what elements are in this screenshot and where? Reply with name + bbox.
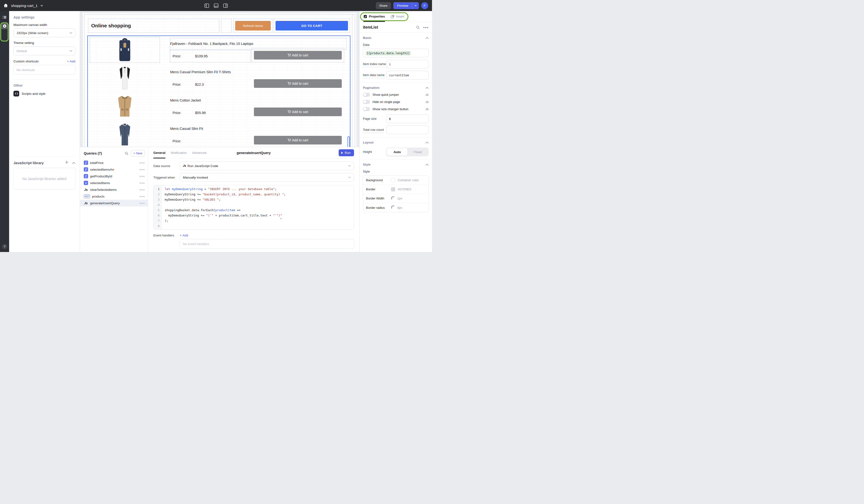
- data-field-input[interactable]: {{products.data.length}}: [363, 49, 429, 57]
- query-item-clearSelectedtems[interactable]: JsclearSelectedtems●●●: [80, 186, 148, 193]
- theme-setting-select[interactable]: Default: [13, 47, 75, 55]
- toggle-right-panel-icon[interactable]: [223, 3, 228, 8]
- product-title: Mens Casual Slim Fit: [170, 127, 203, 131]
- style-row-border[interactable]: Border#D7D9E0: [363, 185, 429, 194]
- item-index-input[interactable]: i: [386, 60, 429, 69]
- style-value: Container color: [398, 178, 419, 182]
- toggle-bottom-panel-icon[interactable]: [214, 3, 219, 8]
- query-item-selectedItems[interactable]: xselectedItems●●●: [80, 180, 148, 186]
- query-item-generateInsertQuery[interactable]: JsgenerateInsertQuery●●●: [80, 200, 148, 206]
- js-badge[interactable]: Js: [425, 93, 429, 96]
- line-number: 1: [154, 187, 159, 192]
- total-row-count-input[interactable]: [386, 125, 429, 134]
- collapse-pagination-icon[interactable]: [425, 87, 429, 89]
- triggered-when-select[interactable]: Manually invoked: [180, 173, 354, 182]
- item-list-widget[interactable]: Fjallraven - Foldsack No. 1 Backpack, Fi…: [87, 36, 350, 147]
- editor-tab-general[interactable]: General: [153, 147, 165, 158]
- product-title: Mens Cotton Jacket: [170, 98, 201, 102]
- query-menu-icon[interactable]: ●●●: [140, 202, 145, 204]
- code-content[interactable]: let myDemoQueryString = "INSERT INTO ...…: [162, 185, 354, 229]
- data-source-select[interactable]: Js Run JavaScript Code: [180, 161, 354, 170]
- search-properties-icon[interactable]: [416, 25, 420, 29]
- preview-caret-button[interactable]: [412, 2, 419, 9]
- item-data-input[interactable]: currentItem: [386, 71, 429, 80]
- query-name: totalPrice: [90, 161, 137, 165]
- product-title-box: Fjallraven - Foldsack No. 1 Backpack, Fi…: [170, 38, 347, 49]
- run-button[interactable]: Run: [339, 149, 354, 156]
- query-menu-icon[interactable]: ●●●: [140, 195, 145, 198]
- help-icon[interactable]: ?: [2, 244, 7, 249]
- query-menu-icon[interactable]: ●●●: [140, 175, 145, 178]
- add-to-cart-box: Add to cart: [252, 76, 344, 91]
- add-to-cart-button[interactable]: Add to cart: [254, 51, 342, 60]
- spacer-widget[interactable]: [221, 19, 232, 33]
- height-option-auto[interactable]: Auto: [387, 148, 408, 156]
- collapse-basic-icon[interactable]: [425, 37, 429, 39]
- page-size-input[interactable]: 6: [386, 115, 429, 123]
- chevron-down-icon: [70, 32, 72, 34]
- height-option-fixed[interactable]: Fixed: [408, 148, 428, 156]
- app-canvas[interactable]: Online shopping Refresh items GO TO CART…: [83, 13, 357, 147]
- preview-button[interactable]: Preview: [393, 2, 412, 9]
- collapse-layout-icon[interactable]: [425, 142, 429, 144]
- max-canvas-width-select[interactable]: 1920px (Wide screen): [13, 28, 75, 37]
- go-to-cart-button[interactable]: GO TO CART: [276, 21, 348, 31]
- query-menu-icon[interactable]: ●●●: [140, 168, 145, 171]
- add-shortcut-button[interactable]: + Add: [67, 60, 75, 63]
- no-libraries-placeholder: No JavaScript libraries added: [13, 168, 75, 190]
- query-menu-icon[interactable]: ●●●: [140, 188, 145, 191]
- code-editor[interactable]: 12345678 let myDemoQueryString = "INSERT…: [153, 185, 354, 230]
- inspector-panel: Properties Insert itemList ●●● Basic Dat…: [359, 11, 432, 252]
- code-icon: [13, 91, 19, 96]
- rest-get-icon: GET: [84, 194, 90, 198]
- component-menu-icon[interactable]: ●●●: [423, 26, 429, 29]
- pagination-section-title: Pagination: [363, 86, 425, 89]
- bottom-panel: Queries (7) + New ftotalPrice●●●fselecte…: [80, 147, 359, 252]
- js-badge[interactable]: Js: [425, 108, 429, 111]
- app-title-caret-icon[interactable]: [40, 5, 43, 7]
- editor-tab-notification[interactable]: Notification: [171, 147, 187, 158]
- no-event-handlers-placeholder: No event handlers: [180, 239, 354, 249]
- add-to-cart-button[interactable]: Add to cart: [254, 136, 342, 144]
- pagination-toggle-row: Show quick jumperJs: [363, 93, 429, 97]
- new-query-button[interactable]: + New: [131, 150, 145, 156]
- add-to-cart-button[interactable]: Add to cart: [254, 79, 342, 88]
- add-library-icon[interactable]: [65, 160, 69, 165]
- query-menu-icon[interactable]: ●●●: [140, 161, 145, 164]
- collapse-library-icon[interactable]: [72, 160, 75, 165]
- query-name: selectedItemsArr: [90, 168, 137, 171]
- refresh-items-button[interactable]: Refresh items: [235, 21, 271, 31]
- line-number: 7: [154, 218, 159, 224]
- tab-properties[interactable]: Properties: [363, 11, 385, 22]
- collapse-style-icon[interactable]: [425, 164, 429, 166]
- search-queries-icon[interactable]: [124, 152, 128, 155]
- scripts-and-style-item[interactable]: Scripts and style: [13, 91, 75, 96]
- toggle-knob: [363, 108, 367, 111]
- avatar[interactable]: F: [421, 2, 428, 9]
- query-item-totalPrice[interactable]: ftotalPrice●●●: [80, 159, 148, 166]
- toggle-off[interactable]: [363, 100, 370, 104]
- style-row-border-width[interactable]: Border Width1px: [363, 194, 429, 203]
- js-function-icon: f: [84, 174, 88, 178]
- js-badge[interactable]: Js: [425, 100, 429, 104]
- query-menu-icon[interactable]: ●●●: [140, 181, 145, 184]
- toggle-off[interactable]: [363, 107, 370, 111]
- add-to-cart-button[interactable]: Add to cart: [254, 108, 342, 116]
- style-row-border-radius[interactable]: Border radius4px: [363, 203, 429, 212]
- query-item-products[interactable]: GETproducts●●●: [80, 193, 148, 200]
- style-row-background[interactable]: BackgroundContainer color: [363, 176, 429, 185]
- javascript-library-title: JavaScript library: [13, 161, 61, 165]
- add-event-handler-button[interactable]: + Add: [180, 233, 188, 237]
- toggle-off[interactable]: [363, 93, 370, 97]
- editor-tab-advanced[interactable]: Advanced: [192, 147, 206, 158]
- title-widget[interactable]: Online shopping: [88, 19, 219, 33]
- query-item-getProductById[interactable]: fgetProductById●●●: [80, 173, 148, 180]
- app-settings-icon[interactable]: [1, 23, 8, 29]
- home-icon[interactable]: [3, 3, 8, 8]
- query-item-selectedItemsArr[interactable]: fselectedItemsArr●●●: [80, 166, 148, 173]
- toggle-left-panel-icon[interactable]: [204, 3, 209, 8]
- listview-scrollbar[interactable]: [348, 136, 350, 147]
- share-button[interactable]: Share: [376, 2, 391, 9]
- component-tree-icon[interactable]: [1, 14, 8, 21]
- tab-insert[interactable]: Insert: [391, 11, 405, 22]
